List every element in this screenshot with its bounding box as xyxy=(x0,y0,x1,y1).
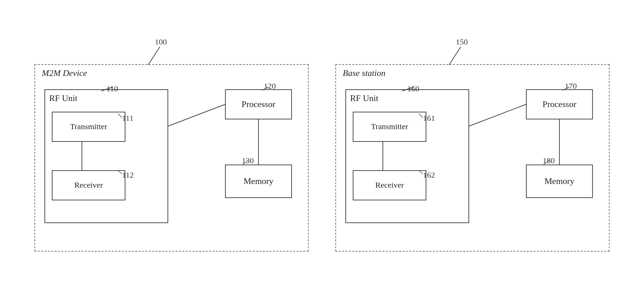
ref-110: 110 xyxy=(106,84,118,93)
rf-unit-label: RF Unit xyxy=(49,93,78,103)
ref-161: 161 xyxy=(423,114,435,123)
m2m-device-label: M2M Device xyxy=(42,68,87,78)
ref-170: 170 xyxy=(565,82,577,91)
transmitter-box-2: Transmitter xyxy=(353,112,426,142)
ref-112: 112 xyxy=(122,171,134,180)
ref-120: 120 xyxy=(264,82,276,91)
base-station-label: Base station xyxy=(343,68,386,78)
receiver-box-2: Receiver xyxy=(353,170,426,200)
rf-unit-box: RF Unit Transmitter Receiver xyxy=(44,89,168,223)
memory-label: Memory xyxy=(243,176,274,186)
ref-160: 160 xyxy=(407,84,419,93)
receiver-label-2: Receiver xyxy=(375,181,404,190)
tx-rx-line xyxy=(45,90,169,224)
processor-box-2: Processor xyxy=(526,89,593,119)
svg-line-0 xyxy=(148,47,160,65)
memory-label-2: Memory xyxy=(544,176,574,186)
ref-130: 130 xyxy=(242,156,254,165)
transmitter-label-2: Transmitter xyxy=(371,122,408,131)
processor-label: Processor xyxy=(241,99,275,109)
m2m-device-wrapper: M2M Device 100 RF Unit Transmitter Recei… xyxy=(34,37,309,255)
processor-label-2: Processor xyxy=(542,99,576,109)
ref-180: 180 xyxy=(543,156,555,165)
ref-111: 111 xyxy=(122,114,133,123)
memory-box: Memory xyxy=(225,165,292,198)
page-container: M2M Device 100 RF Unit Transmitter Recei… xyxy=(0,0,644,292)
ref-100: 100 xyxy=(155,37,167,46)
receiver-label: Receiver xyxy=(74,181,103,190)
rf-unit-label-2: RF Unit xyxy=(350,93,379,103)
svg-line-9 xyxy=(449,47,461,65)
tx-rx-line-2 xyxy=(346,90,470,224)
ref-162: 162 xyxy=(423,171,435,180)
receiver-box: Receiver xyxy=(52,170,125,200)
transmitter-box: Transmitter xyxy=(52,112,125,142)
base-station-wrapper: Base station 150 RF Unit Transmitter Rec… xyxy=(335,37,610,255)
rf-unit-box-2: RF Unit Transmitter Receiver xyxy=(345,89,469,223)
memory-box-2: Memory xyxy=(526,165,593,198)
processor-box: Processor xyxy=(225,89,292,119)
ref-150: 150 xyxy=(456,37,468,46)
transmitter-label: Transmitter xyxy=(70,122,107,131)
